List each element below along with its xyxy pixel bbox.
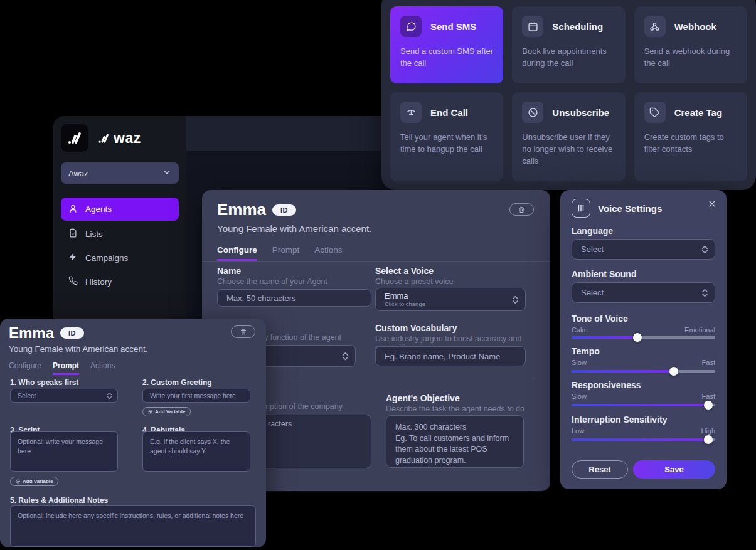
interruption-sensitivity-slider[interactable] (572, 438, 715, 441)
ambient-sound-value: Select (581, 288, 604, 297)
name-input[interactable]: Max. 50 characters (217, 289, 371, 307)
vocabulary-placeholder: Eg. Brand name, Product Name (385, 352, 500, 361)
delete-agent-button[interactable] (231, 325, 255, 338)
chat-bubble-icon (400, 16, 422, 37)
slider-max-label: Fast (702, 359, 715, 366)
agent-name-title: Emma (217, 200, 266, 219)
action-card-end-call[interactable]: End Call Tell your agent when it's time … (390, 92, 503, 181)
phone-icon (68, 276, 78, 287)
tab-actions[interactable]: Actions (90, 361, 115, 375)
sidebar-item-agents[interactable]: Agents (61, 198, 179, 221)
block-icon (522, 102, 543, 123)
action-card-scheduling[interactable]: Scheduling Book live appointments during… (512, 6, 625, 83)
save-button[interactable]: Save (633, 460, 715, 479)
voice-sub-hint: Click to change (385, 300, 425, 307)
actions-panel: Send SMS Send a custom SMS after the cal… (381, 0, 756, 190)
tone-of-voice-slider[interactable] (572, 336, 715, 339)
sidebar-item-campaigns[interactable]: Campaigns (61, 247, 179, 268)
trash-icon (240, 329, 247, 335)
responsiveness-slider[interactable] (572, 404, 715, 406)
close-icon[interactable] (708, 199, 716, 211)
function-hint-fragment: y function of the agent (264, 333, 341, 342)
action-card-unsubscribe[interactable]: Unsubscribe Unsubscribe user if they no … (512, 92, 625, 181)
agent-name-title: Emma (9, 324, 54, 342)
brand-wordmark: waz (97, 130, 141, 147)
card-title: Webhook (674, 21, 716, 32)
name-label: Name (217, 266, 241, 276)
card-description: Book live appointments during the call (522, 46, 615, 70)
agent-prompt-panel: Emma ID Young Female with American accen… (0, 319, 266, 547)
company-hint-fragment: ription of the company (265, 402, 343, 411)
tab-prompt[interactable]: Prompt (53, 361, 79, 375)
slider-handle[interactable] (633, 333, 642, 342)
awaz-logo-icon (61, 124, 88, 152)
chevron-up-down-icon (107, 393, 112, 399)
tempo-slider[interactable] (572, 370, 715, 373)
user-icon (68, 204, 78, 215)
card-description: Tell your agent when it's time to hangup… (400, 132, 493, 156)
tab-actions[interactable]: Actions (314, 245, 342, 261)
company-placeholder-fragment: racters (268, 420, 292, 428)
language-select[interactable]: Select (572, 239, 715, 260)
sidebar-item-label: Agents (85, 204, 112, 214)
slider-min-label: Slow (572, 359, 587, 366)
tag-icon (644, 102, 666, 123)
delete-agent-button[interactable] (509, 203, 534, 216)
agent-subtitle: Young Female with American accent. (9, 344, 148, 354)
name-hint: Choose the name of your Agent (217, 277, 327, 286)
action-card-create-tag[interactable]: Create Tag Create custom tags to filter … (634, 92, 747, 181)
voice-settings-panel: Voice Settings Language Select Ambient S… (560, 190, 727, 489)
custom-greeting-label: 2. Custom Greeting (142, 378, 212, 387)
webhook-icon (644, 16, 666, 37)
slider-handle[interactable] (704, 435, 713, 444)
action-card-webhook[interactable]: Webhook Send a webhook during the call (634, 6, 747, 83)
rebuttals-textarea[interactable]: E.g. If the client says X, the agent sho… (142, 431, 250, 472)
id-badge[interactable]: ID (60, 327, 84, 339)
chevron-up-down-icon (702, 288, 708, 297)
language-label: Language (572, 226, 613, 236)
who-speaks-first-select[interactable]: Select (10, 389, 118, 403)
vocabulary-input[interactable]: Eg. Brand name, Product Name (375, 346, 526, 366)
objective-hint: Describe the task the agent needs to do (386, 405, 524, 413)
rules-textarea[interactable]: Optional: include here any specific inst… (10, 505, 256, 547)
id-badge[interactable]: ID (272, 204, 296, 216)
slider-handle[interactable] (669, 367, 678, 376)
card-title: Unsubscribe (552, 107, 609, 118)
chevron-up-down-icon (513, 295, 518, 304)
slider-max-label: Emotional (684, 326, 715, 334)
add-variable-button[interactable]: Add Variable (10, 477, 58, 486)
slider-handle[interactable] (704, 401, 713, 410)
tab-prompt[interactable]: Prompt (272, 245, 300, 261)
voice-select[interactable]: Emma Click to change (375, 288, 526, 311)
agent-subtitle: Young Female with American accent. (217, 223, 371, 234)
action-card-send-sms[interactable]: Send SMS Send a custom SMS after the cal… (390, 6, 503, 83)
plus-circle-icon (148, 410, 152, 414)
brand-row: waz (61, 124, 179, 152)
add-variable-button[interactable]: Add Variable (142, 407, 191, 416)
language-value: Select (581, 245, 604, 254)
chevron-up-down-icon (343, 352, 348, 360)
workspace-select[interactable]: Awaz (61, 162, 179, 184)
card-title: End Call (430, 107, 468, 118)
sidebar-item-history[interactable]: History (61, 271, 179, 292)
chevron-down-icon (162, 168, 171, 179)
voice-value: Emma (385, 292, 425, 301)
card-description: Create custom tags to filter contacts (644, 132, 737, 156)
sliders-icon (572, 199, 590, 218)
bolt-icon (68, 252, 78, 263)
slider-min-label: Low (572, 427, 584, 435)
custom-greeting-input[interactable]: Write your first message here (142, 389, 250, 403)
tab-configure[interactable]: Configure (217, 245, 257, 261)
tab-configure[interactable]: Configure (9, 361, 41, 375)
ambient-sound-select[interactable]: Select (572, 282, 715, 303)
chevron-up-down-icon (702, 245, 708, 253)
card-description: Send a webhook during the call (644, 46, 737, 70)
sidebar-item-label: History (85, 277, 112, 287)
phone-end-icon (400, 102, 422, 123)
trash-icon (518, 206, 525, 213)
objective-textarea[interactable]: Max. 300 characters Eg. To call customer… (386, 415, 524, 468)
reset-button[interactable]: Reset (572, 460, 628, 479)
slider-min-label: Slow (572, 393, 587, 400)
script-textarea[interactable]: Optional: write your message here (10, 431, 118, 472)
sidebar-item-lists[interactable]: Lists (61, 223, 179, 245)
